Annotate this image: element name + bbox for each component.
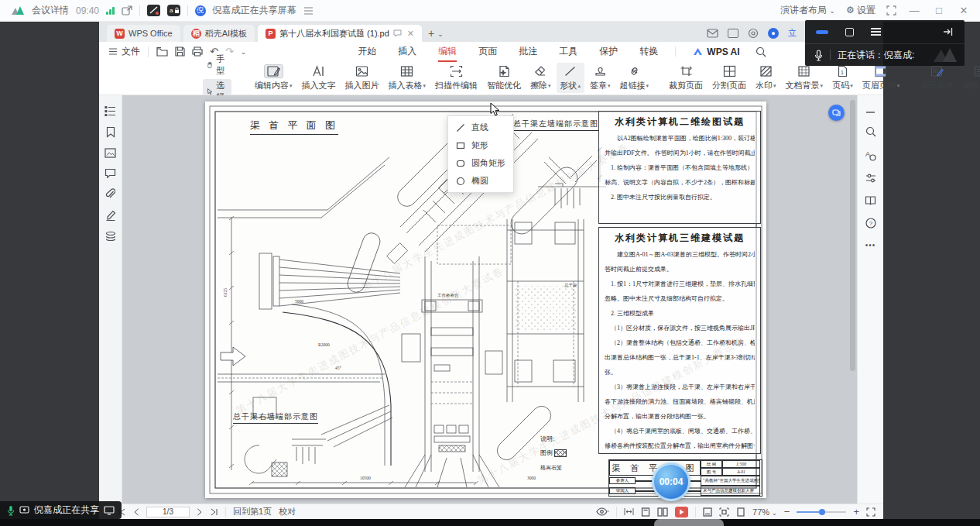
collapse-icon[interactable]	[865, 111, 875, 114]
feedback-icon[interactable]	[707, 29, 718, 38]
edit-content-button[interactable]: 编辑内容▾	[251, 63, 296, 93]
tab-wps-home[interactable]: W WPS Office	[107, 25, 180, 42]
file-menu-button[interactable]: 文件	[108, 45, 140, 58]
tab-document[interactable]: P 第十八届水利国赛试题 (1).pd ✕	[258, 25, 422, 42]
zoom-in-button[interactable]: +	[853, 506, 859, 517]
annotate-pen-icon[interactable]	[105, 210, 116, 221]
window-view-icon[interactable]	[845, 28, 854, 36]
insert-image-button[interactable]: 插入图片	[341, 63, 383, 93]
prev-page-icon[interactable]	[133, 508, 139, 516]
shape-option-rectangle[interactable]: 矩形	[448, 136, 513, 154]
tab-docer[interactable]: 稻 稻壳AI模板	[183, 25, 255, 42]
translate-lock-icon[interactable]: a	[167, 5, 180, 16]
maximize-button[interactable]: □	[932, 5, 946, 16]
menu-convert[interactable]: 转换	[638, 42, 660, 61]
wps-ai-button[interactable]: WPS AI	[693, 46, 739, 57]
member-list-icon[interactable]	[871, 28, 881, 36]
mic-icon[interactable]	[814, 50, 823, 61]
hyperlink-button[interactable]: 超链接▾	[616, 63, 653, 93]
comment-panel-icon[interactable]	[105, 168, 116, 178]
fullscreen-icon[interactable]	[886, 5, 896, 15]
banner-menu-icon[interactable]	[303, 7, 314, 15]
restore-window-icon[interactable]	[728, 29, 738, 38]
close-button[interactable]: ✕	[957, 5, 971, 16]
hand-tool-button[interactable]: 手型	[203, 53, 231, 77]
next-page-icon[interactable]	[197, 508, 203, 516]
insert-text-button[interactable]: 插入文字	[298, 63, 340, 93]
scrollbar-thumb[interactable]	[850, 100, 855, 371]
stamp-button[interactable]: 签章▾	[586, 63, 615, 93]
sharing-status-chip[interactable]: 倪嘉成正在共享	[0, 501, 122, 519]
upgrade-link[interactable]: 立	[788, 27, 797, 39]
search-icon[interactable]	[756, 46, 766, 57]
collapse-panel-icon[interactable]	[942, 27, 954, 36]
page-indicator[interactable]: 1/3	[146, 507, 190, 517]
scan-edit-button[interactable]: 扫描件编辑	[431, 63, 481, 93]
page-number-button[interactable]: 1 页码▾	[828, 63, 857, 93]
shape-option-line[interactable]: 直线	[448, 119, 513, 136]
layout-selector[interactable]: 演讲者布局 ⌄	[780, 4, 835, 17]
save-icon[interactable]	[175, 46, 185, 57]
full-width-icon[interactable]	[719, 507, 729, 517]
fill-form-button[interactable]: 填写表单	[916, 63, 958, 93]
view-eye-icon[interactable]	[596, 507, 609, 516]
menu-protect[interactable]: 保护	[598, 42, 619, 61]
undo-caret-icon[interactable]: ⌄	[241, 48, 247, 56]
watermark-button[interactable]: 水印▾	[752, 63, 780, 93]
shape-button[interactable]: 形状▴	[557, 63, 585, 93]
settings-button[interactable]: ⚙ 设置	[846, 4, 875, 17]
erase-button[interactable]: 擦除▾	[526, 63, 555, 93]
edit-form-button[interactable]: 编辑表单	[959, 63, 980, 93]
crop-page-button[interactable]: 裁剪页面	[665, 63, 707, 93]
wps-ai-fab[interactable]	[828, 105, 845, 121]
expand-icon[interactable]	[866, 507, 875, 517]
single-page-icon[interactable]	[641, 507, 650, 517]
split-page-button[interactable]: 分割页面	[708, 63, 750, 93]
print-icon[interactable]	[192, 46, 203, 57]
account-avatar[interactable]: ●	[768, 28, 779, 39]
shape-option-ellipse[interactable]: 椭圆	[448, 172, 513, 190]
open-external-icon[interactable]	[122, 5, 132, 15]
smart-optimize-button[interactable]: 智能优化	[483, 63, 525, 93]
fit-width-icon[interactable]	[624, 507, 634, 516]
outline-icon[interactable]	[105, 106, 116, 116]
zoom-level[interactable]: 77% ⌄	[752, 507, 777, 517]
meeting-timer-badge[interactable]: 00:04	[652, 462, 690, 501]
zoom-slider-knob[interactable]	[819, 509, 825, 515]
vertical-scrollbar[interactable]	[850, 100, 855, 492]
attachment-icon[interactable]	[105, 188, 115, 200]
translate-icon[interactable]: A	[865, 150, 876, 161]
last-page-icon[interactable]	[210, 508, 218, 516]
menu-comment[interactable]: 批注	[517, 42, 539, 61]
help-icon[interactable]: ?	[865, 218, 876, 229]
proofread-button[interactable]: 校对	[279, 506, 296, 517]
menu-page[interactable]: 页面	[477, 42, 499, 61]
menu-start[interactable]: 开始	[356, 42, 378, 61]
skin-settings-icon[interactable]	[748, 28, 759, 39]
new-tab-button[interactable]: +	[428, 27, 434, 40]
menu-insert[interactable]: 插入	[396, 42, 418, 61]
menu-edit[interactable]: 编辑	[437, 42, 458, 61]
fit-page-icon[interactable]	[703, 507, 712, 517]
tab-comment-icon[interactable]	[393, 29, 402, 37]
layers-icon[interactable]	[105, 231, 116, 242]
find-icon[interactable]	[865, 126, 876, 137]
bookmark-icon[interactable]	[106, 126, 115, 138]
preferences-sliders-icon[interactable]	[865, 174, 876, 183]
minimize-button[interactable]: —	[907, 5, 921, 16]
page-frame-icon[interactable]	[736, 507, 745, 517]
menu-tools[interactable]: 工具	[557, 42, 579, 61]
thumbnail-icon[interactable]	[105, 148, 116, 158]
hidden-taskbar-tab[interactable]	[654, 519, 724, 526]
doc-background-button[interactable]: 文档背景▾	[782, 63, 828, 93]
caption-disabled-icon[interactable]	[147, 5, 160, 16]
open-file-icon[interactable]	[156, 46, 168, 57]
more-icon[interactable]: •••	[865, 241, 876, 249]
read-mode-icon[interactable]	[865, 195, 876, 205]
zoom-slider[interactable]	[797, 511, 846, 513]
minimized-window-indicator[interactable]	[816, 30, 828, 34]
back-to-first-button[interactable]: 回到第1页	[233, 506, 272, 517]
play-presentation-button[interactable]	[675, 507, 688, 517]
header-footer-button[interactable]: 页眉页脚▾	[858, 63, 904, 93]
shape-option-rounded-rectangle[interactable]: 圆角矩形	[448, 154, 513, 172]
